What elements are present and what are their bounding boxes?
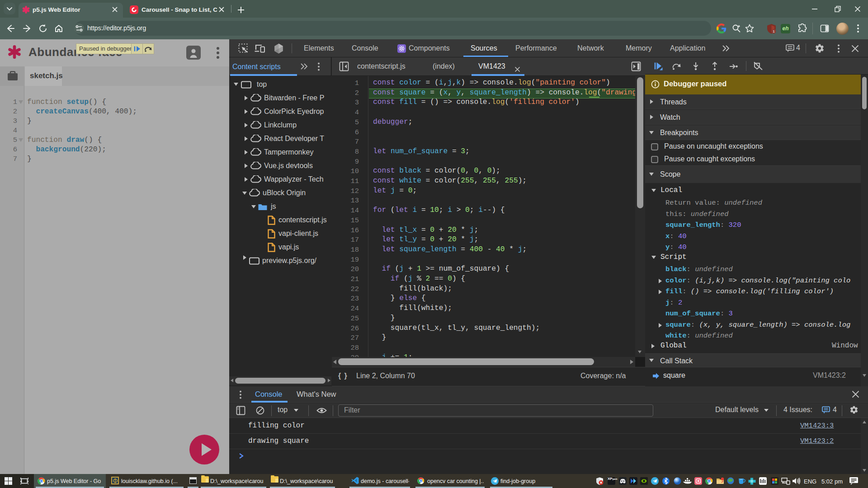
svg-text:1: 1 <box>773 29 775 33</box>
